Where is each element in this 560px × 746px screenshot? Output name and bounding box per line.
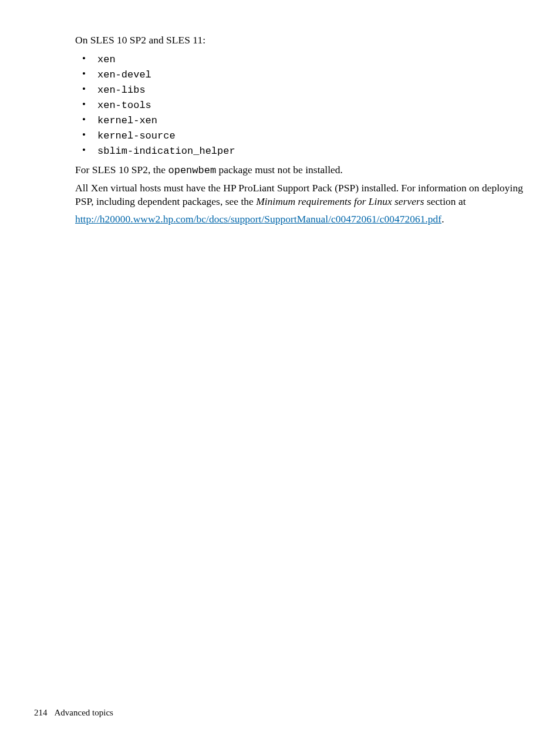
text-span: package must not be installed.	[216, 164, 343, 175]
list-item: sblim-indication_helper	[81, 144, 526, 158]
text-period: .	[441, 213, 444, 225]
text-span: section at	[424, 195, 466, 207]
section-title: Advanced topics	[55, 708, 113, 717]
intro-text: On SLES 10 SP2 and SLES 11:	[75, 34, 526, 46]
paragraph-openwbem: For SLES 10 SP2, the openwbem package mu…	[75, 163, 526, 177]
package-name: kernel-xen	[97, 115, 157, 126]
paragraph-psp: All Xen virtual hosts must have the HP P…	[75, 181, 526, 208]
list-item: xen-devel	[81, 67, 526, 82]
package-list: xen xen-devel xen-libs xen-tools kernel-…	[81, 52, 526, 158]
paragraph-link: http://h20000.www2.hp.com/bc/docs/suppor…	[75, 212, 526, 225]
page-content: On SLES 10 SP2 and SLES 11: xen xen-deve…	[0, 0, 560, 225]
italic-reference: Minimum requirements for Linux servers	[256, 195, 424, 207]
list-item: xen-tools	[81, 98, 526, 113]
package-name: xen	[97, 54, 116, 65]
list-item: kernel-source	[81, 129, 526, 143]
page-number: 214	[34, 708, 48, 717]
support-manual-link[interactable]: http://h20000.www2.hp.com/bc/docs/suppor…	[75, 213, 441, 225]
list-item: xen-libs	[81, 83, 526, 97]
package-name: kernel-source	[97, 130, 176, 141]
package-name: xen-devel	[97, 69, 151, 80]
package-name: xen-libs	[97, 85, 146, 96]
openwbem-mono: openwbem	[168, 165, 217, 176]
list-item: xen	[81, 52, 526, 67]
list-item: kernel-xen	[81, 113, 526, 128]
page-footer: 214Advanced topics	[34, 708, 113, 718]
text-span: For SLES 10 SP2, the	[75, 164, 168, 175]
package-name: xen-tools	[97, 100, 151, 111]
package-name: sblim-indication_helper	[97, 146, 235, 157]
